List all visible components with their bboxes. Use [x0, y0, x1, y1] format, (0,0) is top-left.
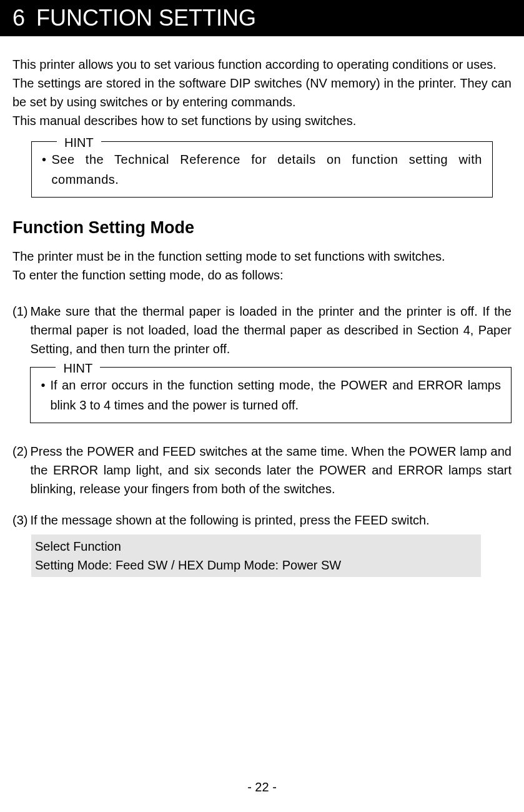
section-intro: The printer must be in the function sett…	[12, 247, 512, 284]
step-1: (1) Make sure that the thermal paper is …	[12, 302, 512, 429]
chapter-title: FUNCTION SETTING	[36, 5, 256, 31]
hint-content-2: • If an error occurs in the function set…	[41, 375, 501, 415]
step-2: (2) Press the POWER and FEED switches at…	[12, 442, 512, 498]
step-list: (1) Make sure that the thermal paper is …	[12, 302, 512, 577]
printed-message-line2: Setting Mode: Feed SW / HEX Dump Mode: P…	[35, 556, 477, 574]
step-2-number: (2)	[12, 442, 27, 498]
hint-box-2: HINT • If an error occurs in the functio…	[30, 367, 512, 423]
intro-paragraph-1: This printer allows you to set various f…	[12, 55, 512, 74]
intro-paragraph-3: This manual describes how to set functio…	[12, 111, 512, 130]
bullet-icon: •	[41, 375, 45, 415]
step-3-number: (3)	[12, 511, 27, 529]
step-3-body: If the message shown at the following is…	[30, 511, 512, 529]
chapter-header: 6 FUNCTION SETTING	[0, 0, 524, 36]
step-3-text: If the message shown at the following is…	[30, 511, 512, 529]
hint-label-2: HINT	[56, 359, 100, 378]
hint-text-2: If an error occurs in the function setti…	[50, 375, 501, 415]
printed-message-line1: Select Function	[35, 537, 477, 556]
bullet-icon: •	[42, 149, 47, 189]
hint-box-1: HINT • See the Technical Reference for d…	[31, 141, 493, 198]
section-heading: Function Setting Mode	[12, 215, 512, 241]
step-3: (3) If the message shown at the followin…	[12, 511, 512, 529]
hint-content-1: • See the Technical Reference for detail…	[42, 149, 482, 189]
section-intro-line2: To enter the function setting mode, do a…	[12, 266, 512, 284]
section-intro-line1: The printer must be in the function sett…	[12, 247, 512, 266]
page-content: This printer allows you to set various f…	[0, 36, 524, 577]
page-number: - 22 -	[247, 780, 277, 794]
intro-text: This printer allows you to set various f…	[12, 55, 512, 130]
hint-text-1: See the Technical Reference for details …	[52, 149, 482, 189]
step-1-text: Make sure that the thermal paper is load…	[30, 302, 512, 358]
intro-paragraph-2: The settings are stored in the software …	[12, 74, 512, 111]
step-2-text: Press the POWER and FEED switches at the…	[30, 442, 512, 498]
hint-label: HINT	[57, 133, 101, 152]
step-1-number: (1)	[12, 302, 27, 429]
step-2-body: Press the POWER and FEED switches at the…	[30, 442, 512, 498]
printed-message-box: Select Function Setting Mode: Feed SW / …	[31, 534, 481, 577]
page-footer: - 22 -	[0, 780, 524, 794]
step-1-body: Make sure that the thermal paper is load…	[30, 302, 512, 429]
chapter-number: 6	[12, 5, 25, 31]
section-heading-text: Function Setting Mode	[12, 218, 194, 237]
